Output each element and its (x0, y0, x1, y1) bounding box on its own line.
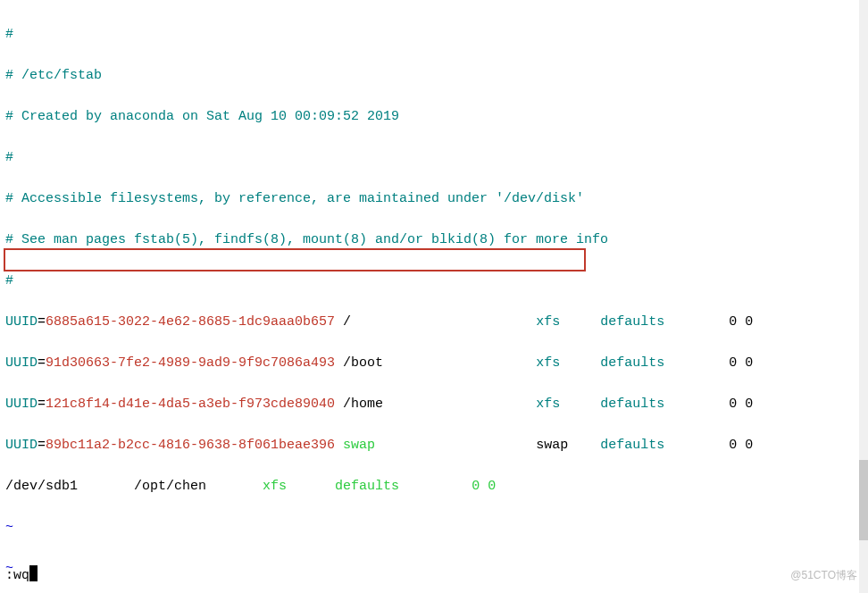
mount-point: swap (343, 438, 375, 453)
comment-line: # (5, 150, 13, 165)
comment-line: # /etc/fstab (5, 68, 102, 83)
fs-type: xfs (263, 479, 287, 494)
equals: = (38, 438, 46, 453)
uuid-key: UUID (5, 438, 38, 453)
uuid-value: 6885a615-3022-4e62-8685-1dc9aaa0b657 (46, 314, 335, 330)
fstab-entry: UUID=6885a615-3022-4e62-8685-1dc9aaa0b65… (5, 312, 857, 332)
uuid-key: UUID (5, 355, 38, 371)
fstab-entry: UUID=89bc11a2-b2cc-4816-9638-8f061beae39… (5, 435, 857, 455)
equals: = (38, 355, 46, 371)
options: defaults (600, 438, 664, 453)
options: defaults (600, 397, 664, 412)
fs-type: swap (536, 438, 568, 453)
scroll-thumb[interactable] (859, 460, 868, 540)
dump-pass: 0 0 (472, 479, 496, 494)
uuid-key: UUID (5, 314, 38, 330)
device: /dev/sdb1 (5, 479, 78, 494)
scrollbar[interactable] (859, 0, 868, 593)
mount-point: / (343, 314, 351, 330)
uuid-value: 121c8f14-d41e-4da5-a3eb-f973cde89040 (46, 397, 335, 412)
dump-pass: 0 0 (729, 397, 753, 412)
fs-type: xfs (536, 355, 560, 371)
dump-pass: 0 0 (729, 438, 753, 453)
fstab-new-entry: /dev/sdb1 /opt/chen xfs defaults 0 0 (5, 476, 857, 497)
vim-command-line[interactable]: :wq (5, 565, 38, 586)
options: defaults (600, 314, 664, 330)
cursor (29, 565, 38, 581)
comment-line: # See man pages fstab(5), findfs(8), mou… (5, 232, 608, 247)
options: defaults (600, 355, 664, 371)
fstab-entry: UUID=121c8f14-d41e-4da5-a3eb-f973cde8904… (5, 394, 857, 414)
comment-line: # Created by anaconda on Sat Aug 10 00:0… (5, 109, 399, 124)
dump-pass: 0 0 (729, 355, 753, 371)
comment-line: # Accessible filesystems, by reference, … (5, 191, 584, 206)
fstab-entry: UUID=91d30663-7fe2-4989-9ad9-9f9c7086a49… (5, 353, 857, 373)
comment-line: # (5, 27, 13, 42)
mount-point: /opt/chen (134, 479, 206, 494)
mount-point: /boot (343, 355, 383, 371)
options: defaults (335, 479, 399, 494)
equals: = (38, 397, 46, 412)
uuid-value: 89bc11a2-b2cc-4816-9638-8f061beae396 (46, 438, 335, 453)
fs-type: xfs (536, 397, 560, 412)
comment-line: # (5, 273, 13, 288)
equals: = (38, 314, 46, 330)
watermark: @51CTO博客 (790, 565, 857, 586)
uuid-key: UUID (5, 397, 38, 412)
uuid-value: 91d30663-7fe2-4989-9ad9-9f9c7086a493 (46, 355, 335, 371)
vim-tilde: ~ (5, 520, 13, 535)
fs-type: xfs (536, 314, 560, 330)
terminal-editor[interactable]: # # /etc/fstab # Created by anaconda on … (5, 4, 857, 589)
mount-point: /home (343, 397, 383, 412)
vim-command-text: :wq (5, 568, 29, 583)
dump-pass: 0 0 (729, 314, 753, 330)
